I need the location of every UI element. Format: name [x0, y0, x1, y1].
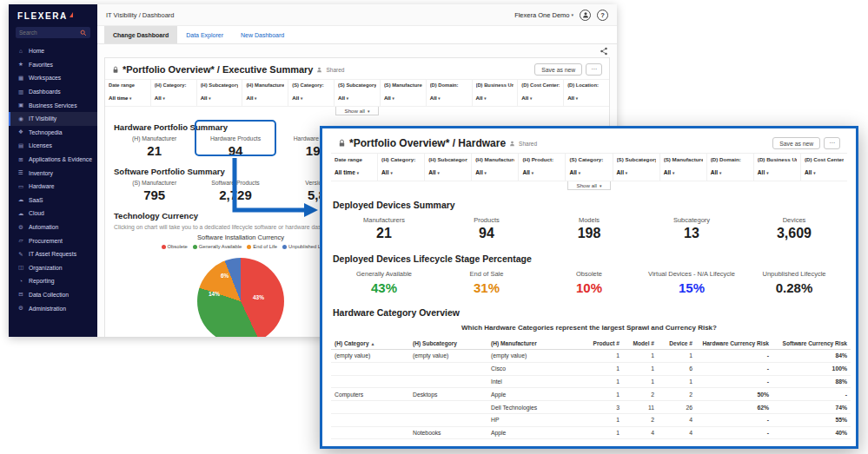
sidebar-item[interactable]: ⚙ Automation: [9, 220, 97, 234]
filter-dropdown[interactable]: (H) Manufacturer: All ▾: [471, 154, 518, 181]
cell-category: [331, 426, 409, 439]
filter-dropdown[interactable]: (H) Category: All ▾: [150, 80, 196, 106]
account-menu[interactable]: Flexera One Demo ▾: [514, 11, 573, 19]
metric: Generally Available 43%: [333, 270, 435, 295]
sidebar-search-box[interactable]: [16, 27, 90, 38]
software-currency-pie[interactable]: 43% 14% 6%: [197, 258, 284, 337]
filter-value: All: [338, 95, 345, 101]
legend-dot: [282, 245, 287, 249]
sidebar-item[interactable]: ⊟ Data Collection: [9, 288, 97, 302]
sidebar-item[interactable]: ⌂ Home: [9, 44, 97, 58]
search-input[interactable]: [19, 30, 80, 36]
sidebar-item[interactable]: ⊞ Applications & Evidence: [9, 153, 97, 167]
filter-dropdown[interactable]: (D) Cost Center: All ▾: [517, 80, 563, 106]
sidebar-item[interactable]: ◫ Organization: [9, 261, 97, 275]
sidebar-item[interactable]: ☁ Cloud: [9, 207, 97, 220]
cell-manufacturer: HP: [487, 413, 585, 426]
sidebar-item[interactable]: ❖ Technopedia: [9, 126, 97, 140]
sidebar-item[interactable]: ▥ Dashboards: [9, 85, 97, 99]
filter-dropdown[interactable]: (D) Domain: All ▾: [706, 154, 753, 181]
sidebar-item[interactable]: ▤ Licenses: [9, 139, 97, 153]
filter-dropdown[interactable]: (S) Subcategory: All ▾: [613, 154, 659, 181]
legend-item[interactable]: Generally Available: [193, 244, 242, 249]
filter-dropdown[interactable]: (H) Subcategory: All ▾: [424, 154, 471, 181]
more-options-button[interactable]: ⋯: [824, 137, 840, 149]
section-title-hardware-category: Hardware Category Overview: [331, 298, 847, 321]
share-icon[interactable]: [600, 47, 608, 56]
cell-device-count: 1: [658, 350, 696, 363]
filter-dropdown[interactable]: (H) Product: All ▾: [518, 154, 565, 181]
table-row[interactable]: Cisco 1 1 6 - 100%: [331, 362, 851, 375]
filter-dropdown[interactable]: (D) Cost Center: All ▾: [800, 154, 847, 181]
tab-data-explorer[interactable]: Data Explorer: [177, 26, 232, 43]
filter-dropdown[interactable]: (H) Category: All ▾: [377, 154, 424, 181]
column-header-device-count[interactable]: Device #: [658, 338, 696, 350]
dashboard-title: *Portfolio Overview* / Hardware: [349, 137, 506, 149]
metric-value: 198: [538, 226, 640, 241]
cell-manufacturer: (empty value): [487, 350, 585, 363]
filter-label: (D) Domain:: [430, 82, 468, 88]
column-header-model-count[interactable]: Model #: [623, 338, 658, 350]
sidebar-item[interactable]: ⚙ Administration: [9, 301, 97, 315]
lock-icon: [112, 66, 119, 74]
metric-value: 3,609: [743, 226, 845, 241]
table-row[interactable]: Intel 1 1 1 - 88%: [331, 375, 851, 388]
pie-label: 14%: [209, 291, 220, 297]
filter-dropdown[interactable]: (H) Subcategory: All ▾: [196, 80, 242, 106]
table-row[interactable]: Notebooks Apple 1 4 4 - 40%: [331, 426, 851, 439]
table-row[interactable]: Computers Desktops Apple 1 2 2 50% -: [331, 388, 851, 401]
save-as-new-button[interactable]: Save as new: [534, 63, 582, 76]
filter-value: All: [201, 95, 208, 101]
column-header-hardware-risk[interactable]: Hardware Currency Risk: [696, 338, 772, 350]
filter-dropdown[interactable]: (D) Business Unit: All ▾: [753, 154, 800, 181]
sidebar-item-label: Dashboards: [29, 89, 61, 95]
search-icon[interactable]: [80, 30, 87, 36]
legend-item[interactable]: Obsolete: [162, 244, 188, 249]
show-all-label: Show all: [345, 108, 365, 114]
sidebar-item[interactable]: ★ Favorites: [9, 58, 97, 72]
show-all-button[interactable]: Show all ▾: [335, 107, 380, 115]
filter-dropdown[interactable]: (S) Subcategory: All ▾: [334, 80, 380, 106]
dashboard-title: *Portfolio Overview* / Executive Summary: [123, 64, 313, 75]
filter-dropdown[interactable]: (D) Domain: All ▾: [426, 80, 472, 106]
show-all-button[interactable]: Show all ▾: [567, 181, 612, 190]
sidebar-item[interactable]: ▭ Hardware: [9, 180, 97, 194]
column-header-category[interactable]: (H) Category ▲: [331, 338, 409, 350]
table-row[interactable]: HP 1 2 4 - 55%: [331, 413, 851, 426]
filter-dropdown[interactable]: (S) Category: All ▾: [565, 154, 612, 181]
sidebar-item[interactable]: ▦ Workspaces: [9, 71, 97, 85]
tab-new-dashboard[interactable]: New Dashboard: [232, 26, 293, 43]
cell-model-count: 1: [623, 350, 658, 363]
save-as-new-button[interactable]: Save as new: [772, 137, 820, 149]
filter-dropdown[interactable]: (S) Manufacturer: All ▾: [659, 154, 706, 181]
sidebar-item[interactable]: ◉ IT Visibility: [9, 112, 97, 126]
more-options-button[interactable]: ⋯: [586, 63, 602, 76]
sidebar-item[interactable]: ✎ IT Asset Requests: [9, 247, 97, 261]
column-header-manufacturer[interactable]: (H) Manufacturer: [487, 338, 585, 350]
filter-dropdown[interactable]: Date range All time ▾: [105, 80, 150, 106]
filter-value: All: [521, 95, 528, 101]
pie-label: 43%: [253, 294, 264, 300]
sidebar-item[interactable]: ▣ Business Services: [9, 98, 97, 112]
filter-dropdown[interactable]: (D) Business Unit: All ▾: [472, 80, 518, 106]
user-avatar-icon[interactable]: [580, 10, 591, 21]
column-header-subcategory[interactable]: (H) Subcategory: [409, 338, 487, 350]
column-header-product-count[interactable]: Product #: [585, 338, 623, 350]
column-header-software-risk[interactable]: Software Currency Risk: [772, 338, 851, 350]
sidebar-item[interactable]: ◔ Reporting: [9, 274, 97, 288]
help-icon[interactable]: ?: [597, 10, 608, 21]
sidebar-item[interactable]: ☁ SaaS: [9, 194, 97, 207]
filter-dropdown[interactable]: (S) Manufacturer: All ▾: [380, 80, 426, 106]
filter-dropdown[interactable]: (S) Category: All ▾: [288, 80, 334, 106]
sidebar-item[interactable]: ☰ Inventory: [9, 166, 97, 180]
filter-dropdown[interactable]: (D) Location: All ▾: [563, 80, 609, 106]
filter-bar: Date range All time ▾ (H) Category: All …: [331, 153, 847, 181]
filter-dropdown[interactable]: (H) Manufacturer: All ▾: [242, 80, 288, 106]
table-row[interactable]: (empty value) (empty value) (empty value…: [331, 350, 851, 363]
cell-model-count: 1: [623, 375, 658, 388]
tab-change-dashboard[interactable]: Change Dashboard: [104, 26, 177, 43]
table-row[interactable]: Dell Technologies 3 11 26 62% 74%: [331, 401, 851, 414]
filter-dropdown[interactable]: Date range All time ▾: [331, 154, 377, 181]
sidebar-item[interactable]: ▱ Procurement: [9, 234, 97, 247]
legend-item[interactable]: End of Life: [247, 244, 277, 249]
